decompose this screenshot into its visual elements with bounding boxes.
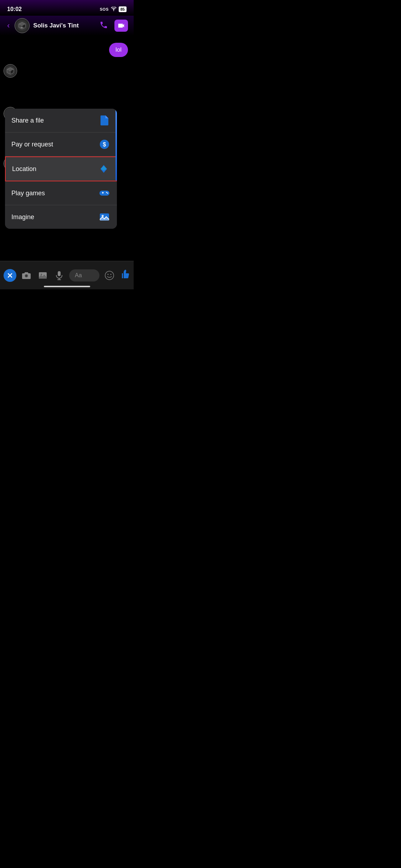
svg-point-25 [106,192,107,193]
sos-indicator: SOS [100,7,109,11]
status-bar: 10:02 SOS 85 [0,0,134,16]
mic-button[interactable] [53,269,66,282]
menu-item-location[interactable]: Location [5,156,117,181]
imagine-icon [98,211,110,223]
games-icon [98,187,110,199]
nav-bar: ‹ DM&L Solis Javi's Tint [0,16,134,36]
status-icons: SOS 85 [100,6,127,12]
home-indicator [44,286,90,287]
emoji-button[interactable] [103,269,116,282]
like-button[interactable] [119,269,130,282]
close-button[interactable] [4,269,16,282]
svg-point-0 [113,10,114,11]
bottom-toolbar: Aa [0,261,134,289]
wifi-icon [111,6,117,12]
svg-point-32 [25,275,27,277]
menu-label-share-file: Share a file [11,117,44,124]
svg-point-26 [107,193,108,194]
svg-text:DM&L: DM&L [21,27,24,29]
message-input[interactable]: Aa [69,269,99,281]
svg-point-38 [105,271,114,280]
avatar-small-1 [4,64,17,78]
location-icon [98,163,110,175]
menu-item-pay-request[interactable]: Pay or request $ [5,133,117,156]
menu-label-location: Location [12,165,36,173]
video-button[interactable] [114,20,128,32]
battery-indicator: 85 [119,6,127,12]
status-time: 10:02 [7,6,22,12]
nav-actions [99,20,128,32]
menu-item-play-games[interactable]: Play games [5,181,117,205]
svg-point-28 [102,215,104,217]
svg-rect-24 [103,192,103,194]
chat-name: Solis Javi's Tint [33,22,96,29]
dropdown-menu: Share a file Pay or request $ Location [5,109,117,229]
message-row-1 [4,64,17,78]
back-button[interactable]: ‹ [6,20,11,32]
svg-text:$: $ [103,141,106,148]
message-lol: lol [109,43,128,57]
menu-item-imagine[interactable]: Imagine [5,205,117,229]
avatar[interactable]: DM&L [15,18,30,33]
svg-point-40 [110,274,112,275]
menu-label-pay-request: Pay or request [11,141,53,148]
gallery-button[interactable] [36,269,49,282]
svg-rect-35 [58,271,61,276]
menu-item-share-file[interactable]: Share a file [5,109,117,133]
scroll-indicator [115,109,117,181]
menu-label-imagine: Imagine [11,213,34,221]
chat-area: lol [0,36,134,261]
battery-level: 85 [120,7,125,11]
input-placeholder: Aa [75,272,82,279]
menu-label-play-games: Play games [11,190,45,197]
svg-point-39 [108,274,109,275]
phone-button[interactable] [99,21,108,31]
svg-point-34 [41,274,42,275]
dollar-icon: $ [98,138,110,150]
file-icon [98,114,110,126]
camera-button[interactable] [20,269,33,282]
